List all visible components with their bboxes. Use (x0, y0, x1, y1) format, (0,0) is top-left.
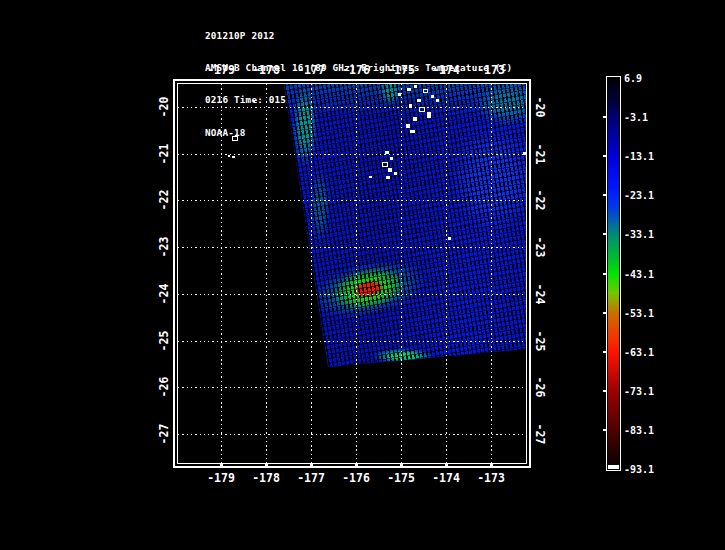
lon-tick-label-bottom: -175 (387, 471, 415, 485)
colorbar-tick (603, 273, 607, 275)
lat-tick-label-right: -22 (533, 190, 547, 211)
lon-tick-label-bottom: -179 (207, 471, 235, 485)
colorbar-tick-label: -23.1 (624, 190, 654, 201)
island-outline (417, 99, 421, 102)
island-outline (386, 176, 390, 179)
gridline-vertical (221, 84, 222, 463)
colorbar-tick (603, 351, 607, 353)
lat-tick-label-right: -24 (533, 284, 547, 305)
island-outline (394, 172, 397, 175)
island-outline (232, 136, 238, 141)
island-outline (427, 112, 431, 118)
gridline-vertical (266, 84, 267, 463)
island-outline (228, 155, 230, 157)
gridline-horizontal (178, 341, 526, 342)
lat-tick-label-right: -26 (533, 377, 547, 398)
island-outline (431, 95, 434, 98)
lat-tick-label-left: -20 (157, 97, 171, 118)
satellite-swath (178, 84, 526, 463)
lat-tick-label-left: -23 (157, 237, 171, 258)
lat-tick-label-right: -23 (533, 237, 547, 258)
island-outline (406, 124, 410, 128)
island-outline (419, 107, 425, 112)
axis-tick (490, 463, 493, 466)
gridline-vertical (491, 84, 492, 463)
lon-tick-label-top: -179 (207, 63, 235, 77)
gridline-horizontal (178, 200, 526, 201)
gridline-horizontal (178, 154, 526, 155)
axis-tick (400, 463, 403, 466)
axis-tick (355, 463, 358, 466)
lat-tick-label-right: -27 (533, 424, 547, 445)
lat-tick-label-right: -21 (533, 144, 547, 165)
lon-tick-label-top: -178 (252, 63, 280, 77)
island-outline (414, 85, 417, 88)
lat-tick-label-left: -24 (157, 284, 171, 305)
lat-tick-label-left: -21 (157, 144, 171, 165)
island-outline (369, 176, 372, 178)
island-outline (410, 130, 415, 133)
lon-tick-label-top: -177 (297, 63, 325, 77)
colorbar-tick-label: -63.1 (624, 346, 654, 357)
colorbar-tick-label: -53.1 (624, 307, 654, 318)
gridline-vertical (356, 84, 357, 463)
lat-tick-label-right: -20 (533, 97, 547, 118)
colorbar-tick (603, 390, 607, 392)
gridline-vertical (446, 84, 447, 463)
colorbar-tick-label: 6.9 (624, 73, 642, 84)
lon-tick-label-top: -173 (477, 63, 505, 77)
satellite-product-canvas: 201210P 2012 AMSU-B Channel 16 (89 GHz) … (0, 0, 725, 550)
island-outline (253, 100, 255, 102)
axis-tick (220, 463, 223, 466)
lat-tick-label-left: -27 (157, 424, 171, 445)
lon-tick-label-bottom: -174 (432, 471, 460, 485)
colorbar-tick (603, 155, 607, 157)
gridline-horizontal (178, 107, 526, 108)
gridline-horizontal (178, 387, 526, 388)
lat-tick-label-left: -22 (157, 190, 171, 211)
island-outline (436, 99, 439, 102)
gridline-vertical (311, 84, 312, 463)
axis-tick (265, 463, 268, 466)
lon-tick-label-top: -176 (342, 63, 370, 77)
lon-tick-label-top: -175 (387, 63, 415, 77)
island-outline (385, 151, 389, 154)
lon-tick-label-bottom: -177 (297, 471, 325, 485)
gridline-vertical (401, 84, 402, 463)
lat-tick-label-right: -25 (533, 331, 547, 352)
colorbar-tick-label: -3.1 (624, 112, 648, 123)
lat-tick-label-left: -26 (157, 377, 171, 398)
lon-tick-label-top: -174 (432, 63, 460, 77)
colorbar-tick-label: -33.1 (624, 229, 654, 240)
scanline-texture (178, 84, 526, 463)
colorbar-tick (603, 429, 607, 431)
island-outline (390, 157, 393, 160)
colorbar-tick-label: -73.1 (624, 385, 654, 396)
lon-tick-label-bottom: -176 (342, 471, 370, 485)
lat-tick-label-left: -25 (157, 331, 171, 352)
colorbar-tick-label: -83.1 (624, 424, 654, 435)
temperature-colorbar (608, 78, 619, 469)
island-outline (409, 104, 412, 108)
island-outline (232, 156, 235, 158)
island-outline (448, 237, 451, 240)
lon-tick-label-bottom: -178 (252, 471, 280, 485)
island-outline (388, 168, 392, 172)
colorbar-tick (603, 116, 607, 118)
island-outline (423, 89, 428, 93)
storm-id-label: 201210P 2012 (205, 31, 512, 42)
island-outline (398, 93, 401, 96)
axis-tick (310, 463, 313, 466)
gridline-horizontal (178, 247, 526, 248)
island-outline (413, 117, 417, 121)
colorbar-tick-label: -93.1 (624, 464, 654, 475)
colorbar-bottom-cap (608, 465, 619, 469)
colorbar-tick-label: -43.1 (624, 268, 654, 279)
colorbar-tick (603, 233, 607, 235)
island-outline (382, 162, 388, 167)
gridline-horizontal (178, 294, 526, 295)
gridline-horizontal (178, 434, 526, 435)
axis-tick (445, 463, 448, 466)
island-outline (407, 88, 411, 91)
colorbar-tick (603, 194, 607, 196)
